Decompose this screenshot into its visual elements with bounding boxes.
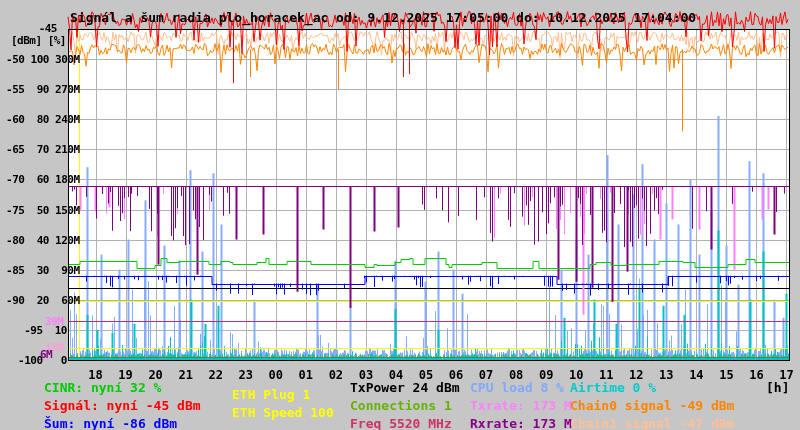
- legend-airtime: Airtime 0 %: [570, 380, 656, 395]
- legend-cpu-load: CPU load 8 %: [470, 380, 564, 395]
- legend-txpower: TxPower 24 dBm: [350, 380, 460, 395]
- y-axis-row: -85 30 90M: [0, 264, 67, 277]
- chart-canvas: [0, 0, 800, 430]
- legend-signal: Signál: nyní -45 dBm: [44, 398, 201, 413]
- y-axis-units: [dBm] [%]: [0, 34, 66, 47]
- y-axis-row: -90 20 60M: [0, 294, 67, 307]
- x-axis-tick: 02: [322, 368, 350, 382]
- y-axis-row: -75 50 150M: [0, 204, 67, 217]
- x-axis-tick: 23: [232, 368, 260, 382]
- y-axis-marker-6M: 6M: [40, 348, 52, 361]
- y-axis-row: -80 40 120M: [0, 234, 67, 247]
- y-axis-marker-39M: 39M: [45, 315, 63, 328]
- y-axis-row: -65 70 210M: [0, 143, 67, 156]
- legend-freq: Freq 5520 MHz: [350, 416, 452, 430]
- x-axis-tick: 01: [292, 368, 320, 382]
- y-axis-row: -55 90 270M: [0, 83, 67, 96]
- y-axis-row: -60 80 240M: [0, 113, 67, 126]
- y-axis-row: -50 100 300M: [0, 53, 67, 66]
- x-axis-tick: 14: [682, 368, 710, 382]
- legend-connections: Connections 1: [350, 398, 452, 413]
- legend-eth-speed: ETH Speed 100: [232, 405, 334, 420]
- radio-signal-graph-page: { "chart_data": { "type": "line", "title…: [0, 0, 800, 430]
- y-axis-row: -70 60 180M: [0, 173, 67, 186]
- x-axis-tick: 00: [262, 368, 290, 382]
- legend-hour-unit: [h]: [766, 380, 789, 395]
- y-axis-row: -100 0: [0, 354, 67, 367]
- legend-rxrate: Rxrate: 173 M: [470, 416, 572, 430]
- x-axis-tick: 22: [202, 368, 230, 382]
- x-axis-tick: 21: [172, 368, 200, 382]
- legend-eth-plug: ETH Plug 1: [232, 387, 310, 402]
- legend-noise: Šum: nyní -86 dBm: [44, 416, 177, 430]
- legend-chain0: Chain0 signal -49 dBm: [570, 398, 734, 413]
- legend-chain1: Chain1 signal -47 dBm: [570, 416, 734, 430]
- legend-txrate: Txrate: 173 M: [470, 398, 572, 413]
- x-axis-tick: 15: [712, 368, 740, 382]
- x-axis-tick: 13: [652, 368, 680, 382]
- legend-cinr: CINR: nyní 32 %: [44, 380, 161, 395]
- chart-title: Signál a šum radia plo_horacek_ac od: 9.…: [70, 10, 696, 25]
